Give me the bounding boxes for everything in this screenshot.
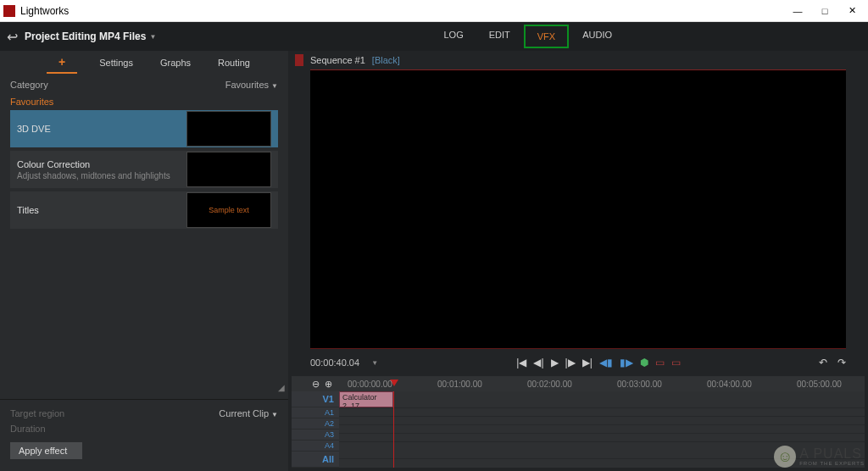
effect-thumb <box>186 152 271 187</box>
tab-edit[interactable]: EDIT <box>477 25 522 48</box>
chevron-down-icon: ▼ <box>271 82 278 90</box>
project-dropdown-icon[interactable]: ▼ <box>149 33 156 41</box>
video-viewer[interactable] <box>310 69 846 349</box>
chevron-down-icon: ▼ <box>271 411 278 418</box>
effect-thumb <box>186 111 271 147</box>
sequence-marker-icon <box>295 54 303 66</box>
timecode: 00:00:40.04 <box>310 357 359 368</box>
window-title: Lightworks <box>20 5 69 17</box>
effects-panel: + Settings Graphs Routing Category Favou… <box>0 51 288 471</box>
viewer-panel: Sequence #1 [Black] 00:00:40.04 ▼ |◀ ◀| … <box>288 51 868 471</box>
mark-out-button[interactable]: ▮▶ <box>620 357 633 368</box>
playhead-line[interactable] <box>393 391 394 468</box>
watermark-logo-icon: ☺ <box>774 446 796 468</box>
zoom-in-button[interactable]: ⊕ <box>325 379 332 390</box>
window-titlebar: Lightworks — □ ✕ <box>0 0 868 22</box>
track-label-a4[interactable]: A4 <box>292 441 339 452</box>
delete-button[interactable]: ▭ <box>671 357 681 368</box>
project-title[interactable]: Project Editing MP4 Files <box>25 30 146 42</box>
undo-button[interactable]: ↶ <box>819 357 827 368</box>
goto-start-button[interactable]: |◀ <box>516 357 526 368</box>
category-label: Category <box>10 80 48 90</box>
panel-tab-routing[interactable]: Routing <box>213 53 255 73</box>
app-icon <box>3 5 15 17</box>
expand-icon[interactable]: ◢ <box>278 383 285 392</box>
back-icon[interactable]: ↩ <box>7 29 18 45</box>
effect-titles[interactable]: Titles Sample text <box>10 191 278 229</box>
remove-button[interactable]: ▭ <box>655 357 665 368</box>
timeline-clip[interactable]: Calculator 2_17 <box>339 391 393 407</box>
sequence-clip-name: [Black] <box>372 55 400 65</box>
watermark: ☺ A PUALS FROM THE EXPERTS <box>774 446 865 468</box>
close-button[interactable]: ✕ <box>846 5 858 17</box>
ruler-tick: 00:05:00.00 <box>797 380 842 389</box>
tab-audio[interactable]: AUDIO <box>570 25 624 48</box>
apply-effect-button[interactable]: Apply effect <box>10 442 82 459</box>
ruler-tick: 00:00:00.00 <box>348 380 392 389</box>
effect-name: Titles <box>17 205 180 215</box>
goto-end-button[interactable]: ▶| <box>582 357 593 368</box>
timecode-dropdown-icon[interactable]: ▼ <box>371 359 378 367</box>
play-button[interactable]: ▶ <box>551 357 559 368</box>
panel-tab-graphs[interactable]: Graphs <box>155 53 196 73</box>
sequence-name: Sequence #1 <box>310 55 365 65</box>
track-label-v1[interactable]: V1 <box>292 391 339 407</box>
favourites-heading: Favourites <box>0 95 288 108</box>
track-label-a3[interactable]: A3 <box>292 429 339 441</box>
track-label-a2[interactable]: A2 <box>292 418 339 429</box>
panel-tab-settings[interactable]: Settings <box>94 53 138 73</box>
effect-thumb: Sample text <box>186 192 271 228</box>
effect-3d-dve[interactable]: 3D DVE <box>10 110 278 147</box>
ruler-tick: 00:04:00.00 <box>707 380 752 389</box>
ruler-tick: 00:02:00.00 <box>527 380 572 389</box>
maximize-button[interactable]: □ <box>819 5 831 17</box>
step-back-button[interactable]: ◀| <box>533 357 543 368</box>
effect-desc: Adjust shadows, midtones and highlights <box>17 171 180 180</box>
mark-in-button[interactable]: ◀▮ <box>599 357 613 368</box>
ruler-tick: 00:01:00.00 <box>437 380 482 389</box>
step-forward-button[interactable]: |▶ <box>565 357 576 368</box>
category-filter[interactable]: Favourites ▼ <box>225 80 278 90</box>
tab-vfx[interactable]: VFX <box>524 25 569 48</box>
effect-name: 3D DVE <box>17 124 180 134</box>
target-region-value[interactable]: Current Clip ▼ <box>219 408 278 418</box>
top-bar: ↩ Project Editing MP4 Files ▼ LOG EDIT V… <box>0 22 868 51</box>
track-label-a1[interactable]: A1 <box>292 407 339 418</box>
target-region-label: Target region <box>10 408 64 418</box>
minimize-button[interactable]: — <box>792 5 804 17</box>
timeline-ruler[interactable]: ⊖ ⊕ 00:00:00.00 00:01:00.00 00:02:00.00 … <box>292 376 865 391</box>
zoom-out-button[interactable]: ⊖ <box>312 379 320 390</box>
tab-log[interactable]: LOG <box>431 25 475 48</box>
effect-name: Colour Correction <box>17 159 180 169</box>
panel-tab-add[interactable]: + <box>47 52 77 74</box>
effect-colour-correction[interactable]: Colour Correction Adjust shadows, midton… <box>10 151 278 188</box>
ruler-tick: 00:03:00.00 <box>617 380 662 389</box>
track-label-all[interactable]: All <box>292 452 339 468</box>
duration-label: Duration <box>10 424 46 434</box>
marker-button[interactable]: ⬢ <box>640 357 648 368</box>
redo-button[interactable]: ↷ <box>837 357 846 368</box>
